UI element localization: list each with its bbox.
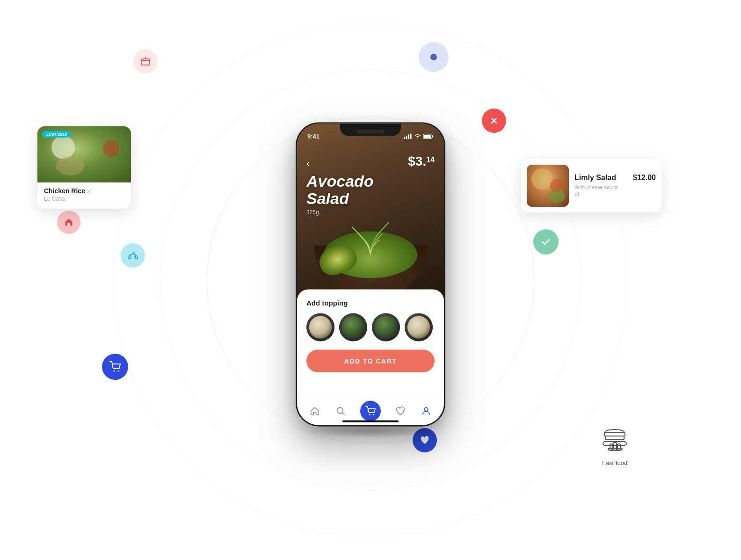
nav-cart-icon (365, 406, 376, 416)
signal-icon (404, 133, 412, 139)
inner-dot (430, 54, 437, 60)
topping-item-1[interactable] (306, 313, 334, 341)
fast-food-label: Fast food (596, 459, 633, 466)
sprouts-decoration (342, 217, 399, 255)
svg-point-5 (114, 371, 115, 372)
topping-item-4[interactable] (405, 313, 433, 341)
svg-point-1 (145, 57, 146, 58)
topping-item-3[interactable] (372, 313, 400, 341)
chicken-rice-subtitle: Le Casa (44, 196, 124, 202)
limly-title: Limly Salad (574, 174, 616, 182)
svg-rect-8 (605, 436, 624, 440)
svg-rect-2 (68, 223, 70, 226)
limly-price: $12.00 (633, 174, 656, 182)
chicken-rice-card-info: Chicken Rice x1 Le Casa (37, 182, 131, 209)
limly-desc: With cheese saucex1 (574, 184, 656, 198)
topping-label: Add topping (306, 298, 435, 306)
svg-point-22 (369, 414, 370, 415)
price-dollar: $3. (408, 153, 426, 168)
svg-rect-20 (424, 134, 431, 138)
svg-point-24 (425, 407, 428, 411)
chicken-rice-card: 11/07/2019 Chicken Rice x1 Le Casa (37, 126, 131, 209)
phone-container: 9:41 (296, 122, 445, 438)
nav-search[interactable] (334, 405, 347, 418)
svg-rect-15 (406, 136, 407, 139)
svg-rect-16 (408, 134, 409, 139)
home-icon (64, 218, 73, 227)
food-price: $3. 14 (408, 153, 435, 168)
nav-cart[interactable] (360, 401, 381, 422)
add-to-cart-button[interactable]: ADD TO CART (306, 349, 435, 372)
wifi-icon (414, 133, 421, 139)
check-icon (541, 237, 551, 247)
phone-screen: 9:41 (297, 124, 444, 425)
topping-item-2[interactable] (339, 313, 367, 341)
top-left-box-bubble (133, 49, 158, 73)
scooter-bubble (121, 243, 145, 268)
chicken-rice-title: Chicken Rice (44, 187, 85, 195)
fast-food-svg (596, 418, 633, 456)
nav-home-icon (310, 406, 320, 416)
food-weight: 325g (306, 209, 435, 216)
svg-point-6 (118, 371, 119, 372)
food-name: Avocado Salad (306, 172, 435, 207)
bottom-panel: Add topping (297, 289, 444, 397)
svg-rect-9 (604, 432, 625, 436)
svg-rect-19 (432, 135, 434, 137)
limly-salad-card: Limly Salad $12.00 With cheese saucex1 (521, 159, 661, 212)
svg-rect-17 (410, 133, 412, 139)
limly-salad-image (527, 165, 569, 207)
svg-rect-11 (614, 443, 617, 451)
nav-profile[interactable] (420, 405, 433, 418)
nav-heart-icon (395, 406, 406, 416)
svg-rect-0 (141, 59, 150, 65)
limly-info: Limly Salad $12.00 With cheese saucex1 (574, 174, 656, 198)
status-icons (404, 133, 434, 139)
cart-bubble-left (102, 354, 128, 380)
phone-notch (340, 124, 401, 136)
top-right-circle-bubble (419, 42, 449, 72)
scooter-icon (127, 251, 138, 260)
close-bubble[interactable] (482, 109, 506, 133)
nav-favorites[interactable] (394, 405, 407, 418)
home-bubble (57, 211, 80, 234)
chicken-rice-image: 11/07/2019 (37, 126, 131, 182)
home-indicator (342, 420, 399, 422)
close-icon (489, 116, 499, 125)
toppings-row (306, 313, 435, 341)
date-badge: 11/07/2019 (42, 131, 71, 138)
status-time: 9:41 (307, 133, 320, 140)
battery-icon (423, 133, 434, 139)
fast-food-icon-container (596, 418, 633, 456)
svg-rect-14 (404, 137, 405, 139)
check-bubble (533, 229, 559, 255)
nav-profile-icon (421, 406, 431, 416)
fast-food-card: Fast food (596, 418, 633, 466)
box-icon (140, 56, 151, 67)
price-cents: 14 (426, 155, 435, 164)
svg-point-23 (373, 414, 374, 415)
nav-home[interactable] (308, 405, 321, 418)
nav-search-icon (335, 406, 346, 416)
cart-icon-left (109, 361, 121, 372)
chicken-rice-quantity: x1 (87, 189, 93, 194)
phone-body: 9:41 (296, 122, 445, 426)
